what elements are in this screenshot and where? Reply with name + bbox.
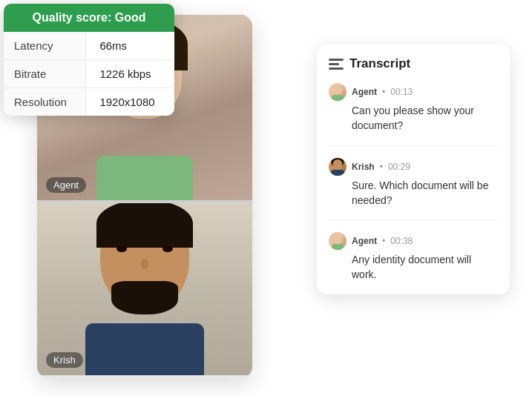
latency-label: Latency (4, 32, 86, 60)
msg-meta-2: Krish • 00:29 (329, 158, 498, 176)
msg-sender-2: Krish (352, 162, 375, 172)
krish-video-label: Krish (46, 352, 83, 368)
msg-divider-2 (329, 220, 498, 220)
transcript-message-1: Agent • 00:13 Can you please show your d… (329, 83, 498, 133)
msg-time-3: 00:38 (390, 236, 413, 246)
avatar-agent-3 (329, 232, 347, 250)
bitrate-label: Bitrate (4, 60, 86, 88)
msg-meta-3: Agent • 00:38 (329, 232, 498, 250)
msg-text-2: Sure. Which document will be needed? (329, 178, 498, 208)
transcript-panel: Transcript Agent • 00:13 Can you please … (317, 44, 510, 294)
krish-hair (96, 203, 193, 248)
transcript-message-2: Krish • 00:29 Sure. Which document will … (329, 158, 498, 208)
icon-line-2 (329, 63, 339, 65)
transcript-title: Transcript (349, 56, 410, 71)
avatar-krish-2 (329, 158, 347, 176)
msg-dot-2: • (380, 162, 383, 172)
transcript-message-3: Agent • 00:38 Any identity document will… (329, 232, 498, 283)
resolution-label: Resolution (4, 88, 86, 116)
msg-time-1: 00:13 (390, 87, 413, 97)
transcript-header: Transcript (329, 56, 498, 71)
table-row: Resolution 1920x1080 (4, 88, 174, 116)
quality-table: Latency 66ms Bitrate 1226 kbps Resolutio… (4, 32, 174, 116)
krish-body (85, 323, 204, 375)
transcript-messages: Agent • 00:13 Can you please show your d… (329, 83, 498, 283)
krish-bg (37, 203, 252, 375)
avatar-agent-1 (329, 83, 347, 101)
table-row: Bitrate 1226 kbps (4, 60, 174, 88)
resolution-value: 1920x1080 (86, 88, 174, 116)
krish-eye-left (116, 245, 127, 252)
transcript-icon (329, 59, 344, 70)
krish-eye-right (162, 245, 173, 252)
msg-dot-1: • (382, 87, 385, 97)
agent-video-label: Agent (46, 177, 86, 193)
latency-value: 66ms (86, 32, 174, 60)
krish-beard (111, 281, 178, 314)
msg-time-2: 00:29 (388, 162, 410, 172)
avatar-agent-small-3 (329, 232, 347, 250)
avatar-agent-small-1 (329, 83, 347, 101)
msg-dot-3: • (382, 236, 385, 246)
icon-line-3 (329, 67, 344, 70)
msg-text-1: Can you please show your document? (329, 103, 498, 133)
bitrate-value: 1226 kbps (86, 60, 174, 88)
msg-sender-1: Agent (352, 87, 377, 97)
avatar-krish-small-2 (329, 158, 347, 176)
krish-nose (141, 259, 148, 269)
table-row: Latency 66ms (4, 32, 174, 60)
krish-head (100, 207, 189, 311)
icon-line-1 (329, 59, 344, 61)
krish-face-illustration (100, 207, 189, 311)
quality-header: Quality score: Good (4, 4, 174, 32)
krish-video: Krish (37, 203, 252, 375)
msg-divider-1 (329, 145, 498, 146)
agent-body (96, 156, 193, 200)
msg-sender-3: Agent (352, 236, 377, 246)
msg-meta-1: Agent • 00:13 (329, 83, 498, 101)
msg-text-3: Any identity document will work. (329, 252, 498, 283)
quality-card: Quality score: Good Latency 66ms Bitrate… (4, 4, 174, 116)
scene: Agent Krish Quality scor (0, 0, 532, 396)
